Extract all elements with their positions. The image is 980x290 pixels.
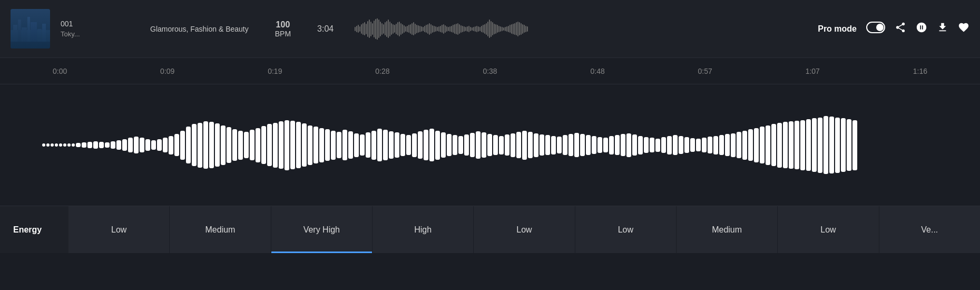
wave-bar bbox=[766, 125, 770, 165]
wave-bar bbox=[551, 136, 556, 154]
timeline-inner: 0:000:090:190:280:380:480:571:071:16 bbox=[53, 67, 927, 75]
wave-bar bbox=[655, 139, 660, 152]
wave-bar bbox=[105, 142, 110, 148]
wave-bar bbox=[470, 133, 475, 157]
wave-bar bbox=[841, 118, 846, 172]
wave-bar bbox=[719, 135, 724, 155]
wave-bar bbox=[511, 133, 515, 157]
svg-rect-2 bbox=[13, 25, 17, 43]
time-marker-7: 1:07 bbox=[806, 67, 820, 75]
wave-bar bbox=[76, 143, 81, 147]
wave-bar bbox=[545, 135, 550, 155]
energy-segment-8[interactable]: Ve... bbox=[879, 206, 980, 253]
wave-bar bbox=[667, 136, 672, 154]
wave-bar bbox=[609, 136, 614, 154]
wave-bar bbox=[337, 132, 341, 158]
share-icon[interactable] bbox=[895, 22, 906, 36]
wave-bar bbox=[134, 137, 139, 153]
wave-bar bbox=[377, 129, 382, 161]
wave-bar bbox=[360, 134, 365, 156]
favorite-icon[interactable] bbox=[958, 22, 969, 36]
wave-bar bbox=[586, 135, 591, 155]
wave-bar bbox=[429, 129, 434, 161]
time-marker-2: 0:19 bbox=[268, 67, 282, 75]
wave-bar bbox=[122, 139, 127, 151]
wave-bar bbox=[777, 123, 782, 168]
wave-bar bbox=[661, 137, 666, 153]
time-marker-3: 0:28 bbox=[375, 67, 389, 75]
track-number: 001 bbox=[61, 20, 124, 28]
wave-bar bbox=[592, 136, 596, 154]
wave-bar bbox=[389, 131, 394, 159]
wave-bar bbox=[174, 134, 179, 156]
wave-dot bbox=[51, 143, 54, 147]
time-marker-5: 0:48 bbox=[590, 67, 604, 75]
wave-bar bbox=[145, 139, 150, 151]
wave-bar bbox=[824, 116, 828, 174]
energy-segments: LowMediumVery HighHighLowLowMediumLowVe.… bbox=[68, 206, 980, 253]
energy-segment-7[interactable]: Low bbox=[777, 206, 878, 253]
waveform-area[interactable] bbox=[0, 84, 980, 206]
wave-bar bbox=[111, 141, 115, 149]
wave-bar bbox=[116, 140, 121, 150]
wave-bar bbox=[795, 121, 799, 169]
pro-mode-toggle[interactable] bbox=[866, 22, 885, 36]
energy-segment-1[interactable]: Medium bbox=[169, 206, 270, 253]
download-icon[interactable] bbox=[937, 22, 948, 36]
energy-segment-3[interactable]: High bbox=[372, 206, 473, 253]
wave-dot bbox=[42, 143, 45, 147]
wave-bar bbox=[569, 134, 573, 156]
wave-bar bbox=[290, 121, 295, 169]
wave-bar bbox=[406, 135, 411, 155]
wave-bar bbox=[325, 129, 330, 161]
energy-segment-5[interactable]: Low bbox=[575, 206, 676, 253]
energy-segment-0[interactable]: Low bbox=[68, 206, 169, 253]
wave-bar bbox=[580, 134, 585, 156]
energy-segment-4[interactable]: Low bbox=[473, 206, 574, 253]
wave-bar bbox=[626, 133, 631, 157]
block-icon[interactable] bbox=[916, 22, 927, 36]
wave-bar bbox=[476, 131, 481, 159]
wave-bar bbox=[458, 136, 463, 154]
svg-rect-3 bbox=[18, 20, 21, 43]
wave-bar bbox=[192, 124, 197, 166]
wave-bar bbox=[632, 134, 637, 156]
pro-mode-label: Pro mode bbox=[818, 24, 857, 34]
energy-segment-2[interactable]: Very High bbox=[271, 206, 372, 253]
wave-dot bbox=[72, 143, 75, 147]
wave-bar bbox=[748, 129, 753, 161]
wave-bar bbox=[244, 132, 249, 158]
duration: 3:04 bbox=[317, 24, 334, 34]
energy-segment-6[interactable]: Medium bbox=[676, 206, 777, 253]
wave-dot bbox=[63, 143, 66, 147]
wave-bar bbox=[713, 136, 718, 154]
track-name: Toky... bbox=[61, 30, 124, 38]
wave-bar bbox=[754, 128, 759, 162]
wave-bar bbox=[731, 133, 736, 157]
wave-bar bbox=[203, 121, 208, 169]
wave-bar bbox=[163, 138, 168, 152]
wave-bar bbox=[273, 123, 278, 168]
wave-bar bbox=[198, 123, 202, 168]
wave-bar bbox=[702, 138, 707, 152]
wave-bar bbox=[87, 142, 92, 148]
wave-bar bbox=[725, 134, 730, 156]
genre-tag: Glamorous, Fashion & Beauty bbox=[150, 25, 249, 33]
bpm-label: BPM bbox=[275, 30, 291, 38]
wave-bar bbox=[128, 138, 133, 152]
header-controls: Pro mode bbox=[818, 22, 969, 36]
wave-bar bbox=[209, 122, 214, 168]
time-marker-0: 0:00 bbox=[53, 67, 67, 75]
mini-waveform[interactable] bbox=[355, 18, 797, 40]
wave-bar bbox=[395, 132, 399, 158]
wave-bar bbox=[835, 118, 840, 173]
wave-bar bbox=[313, 127, 318, 163]
wave-bar bbox=[603, 138, 608, 152]
wave-bar bbox=[285, 120, 289, 170]
energy-label: Energy bbox=[0, 206, 68, 253]
wave-bar bbox=[383, 130, 388, 160]
wave-bar bbox=[464, 134, 469, 156]
wave-bar bbox=[574, 133, 579, 157]
wave-bar bbox=[447, 134, 452, 156]
bpm-value: 100 bbox=[276, 20, 290, 30]
